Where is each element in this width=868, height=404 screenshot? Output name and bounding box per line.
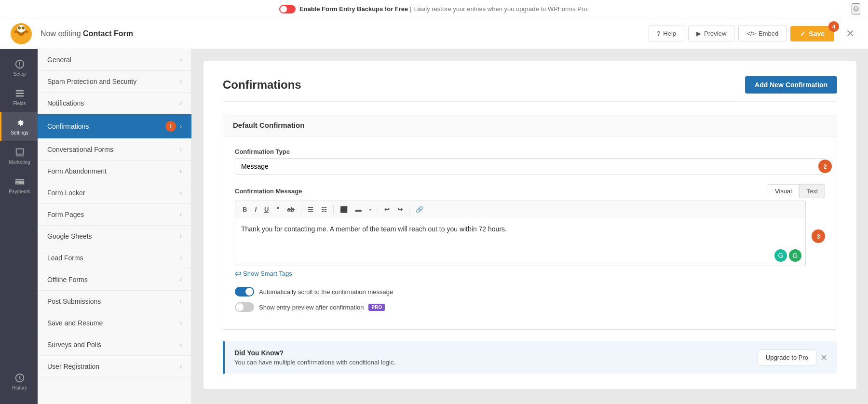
history-icon	[14, 373, 25, 383]
entry-preview-label: Show entry preview after confirmation	[259, 304, 364, 311]
chevron-icon: ›	[180, 341, 182, 348]
confirmation-type-field: Confirmation Type Message 2	[235, 148, 825, 175]
nav-item-notifications[interactable]: Notifications ›	[38, 93, 191, 114]
top-banner: Enable Form Entry Backups for Free | Eas…	[0, 0, 868, 18]
sidebar-item-fields[interactable]: Fields	[0, 82, 38, 112]
payments-icon	[14, 176, 25, 187]
nav-item-confirmations[interactable]: Confirmations 1 ›	[38, 114, 191, 139]
chevron-icon: ›	[180, 255, 182, 261]
editor-tabs-row: Visual Text	[768, 184, 825, 198]
history-label: History	[12, 385, 27, 391]
svg-point-5	[14, 30, 19, 33]
chevron-icon: ›	[180, 146, 182, 153]
align-center-button[interactable]: ▬	[352, 204, 365, 215]
banner-description: | Easily restore your entries when you u…	[410, 5, 589, 13]
settings-icon	[14, 118, 25, 128]
grammarly-icon2[interactable]: G	[789, 249, 801, 262]
smart-tags-link[interactable]: 🏷 Show Smart Tags	[235, 270, 825, 277]
pro-badge: PRO	[368, 304, 385, 311]
main-layout: Setup Fields Settings Marketing	[0, 49, 868, 404]
nav-item-form-locker[interactable]: Form Locker ›	[38, 182, 191, 204]
confirmation-type-select[interactable]: Message	[235, 158, 825, 175]
marketing-icon	[14, 147, 25, 158]
confirmation-header: Default Confirmation	[223, 114, 837, 136]
toolbar-divider3	[378, 205, 378, 214]
page-title: Confirmations	[223, 78, 301, 92]
add-new-confirmation-button[interactable]: Add New Confirmation	[745, 76, 837, 94]
nav-item-lead-forms[interactable]: Lead Forms ›	[38, 247, 191, 269]
redo-button[interactable]: ↪	[394, 204, 406, 215]
upgrade-to-pro-button[interactable]: Upgrade to Pro	[758, 350, 816, 365]
nav-item-save-and-resume[interactable]: Save and Resume ›	[38, 312, 191, 334]
banner-toggle[interactable]	[279, 5, 296, 13]
svg-rect-8	[15, 93, 24, 94]
sidebar-item-settings[interactable]: Settings	[0, 112, 38, 141]
save-button[interactable]: 4 ✓ Save	[790, 26, 834, 41]
sidebar-item-history[interactable]: History	[0, 367, 38, 396]
toolbar-divider2	[333, 205, 334, 214]
close-header-button[interactable]: ✕	[842, 26, 858, 42]
embed-button[interactable]: </> Embed	[738, 26, 787, 41]
main-content: Confirmations Add New Confirmation Defau…	[192, 49, 868, 404]
confirmation-section: Default Confirmation Confirmation Type M…	[223, 114, 837, 330]
entry-preview-toggle[interactable]	[235, 302, 254, 312]
toolbar-divider4	[409, 205, 409, 214]
auto-scroll-toggle[interactable]	[235, 287, 254, 296]
confirmations-badge: 1	[165, 121, 176, 132]
toolbar-divider	[301, 205, 301, 214]
settings-label: Settings	[11, 130, 28, 135]
undo-button[interactable]: ↩	[381, 204, 393, 215]
icon-sidebar: Setup Fields Settings Marketing	[0, 49, 38, 404]
editor-area[interactable]: Thank you for contacting me. A member of…	[235, 218, 806, 266]
nav-item-user-registration[interactable]: User Registration ›	[38, 356, 191, 377]
chevron-icon: ›	[180, 320, 182, 326]
nav-item-general[interactable]: General ›	[38, 49, 191, 71]
chevron-icon: ›	[180, 298, 182, 305]
sidebar-item-setup[interactable]: Setup	[0, 53, 38, 82]
entry-preview-toggle-row: Show entry preview after confirmation PR…	[235, 302, 825, 312]
banner-close-button[interactable]: ⚙	[852, 3, 860, 14]
setup-icon	[14, 59, 25, 69]
visual-tab[interactable]: Visual	[768, 184, 799, 198]
nav-item-post-submissions[interactable]: Post Submissions ›	[38, 291, 191, 312]
nav-item-conversational-forms[interactable]: Conversational Forms ›	[38, 139, 191, 161]
italic-button[interactable]: I	[251, 204, 260, 215]
underline-button[interactable]: U	[261, 204, 272, 215]
wpforms-logo	[10, 22, 33, 45]
setup-label: Setup	[13, 71, 26, 77]
confirmation-message-label: Confirmation Message	[235, 188, 302, 195]
did-you-know-close-button[interactable]: ✕	[820, 352, 827, 363]
auto-scroll-label: Automatically scroll to the confirmation…	[259, 288, 393, 296]
confirmation-type-wrap: Message 2	[235, 158, 825, 175]
grammarly-icon[interactable]: G	[774, 249, 787, 262]
preview-button[interactable]: ▶ Preview	[688, 26, 734, 41]
nav-item-surveys-and-polls[interactable]: Surveys and Polls ›	[38, 334, 191, 356]
strikethrough-button[interactable]: ab	[284, 204, 298, 215]
nav-item-form-abandonment[interactable]: Form Abandonment ›	[38, 161, 191, 182]
svg-point-4	[22, 27, 25, 29]
unordered-list-button[interactable]: ☰	[304, 204, 317, 215]
align-right-button[interactable]: ▪	[366, 204, 375, 215]
bold-button[interactable]: B	[239, 204, 250, 215]
nav-item-offline-forms[interactable]: Offline Forms ›	[38, 269, 191, 291]
ordered-list-button[interactable]: ☷	[318, 204, 330, 215]
payments-label: Payments	[9, 189, 30, 194]
step-2-badge: 2	[818, 160, 832, 173]
confirmation-type-label: Confirmation Type	[235, 148, 825, 155]
sidebar-item-payments[interactable]: Payments	[0, 171, 38, 200]
confirmation-message-field: Confirmation Message Visual Text B	[235, 184, 825, 277]
confirmation-body: Confirmation Type Message 2	[223, 136, 837, 329]
nav-item-spam-protection[interactable]: Spam Protection and Security ›	[38, 71, 191, 93]
link-button[interactable]: 🔗	[412, 204, 427, 215]
nav-item-google-sheets[interactable]: Google Sheets ›	[38, 226, 191, 247]
chevron-icon: ›	[180, 56, 182, 63]
help-button[interactable]: ? Help	[649, 26, 684, 41]
chevron-icon: ›	[180, 363, 182, 370]
blockquote-button[interactable]: "	[273, 204, 283, 215]
sidebar-item-marketing[interactable]: Marketing	[0, 141, 38, 171]
nav-item-form-pages[interactable]: Form Pages ›	[38, 204, 191, 226]
align-left-button[interactable]: ⬛	[337, 204, 351, 215]
header-title: Now editing Contact Form	[41, 29, 133, 38]
did-you-know-title: Did You Know?	[234, 349, 395, 357]
text-tab[interactable]: Text	[799, 184, 825, 198]
